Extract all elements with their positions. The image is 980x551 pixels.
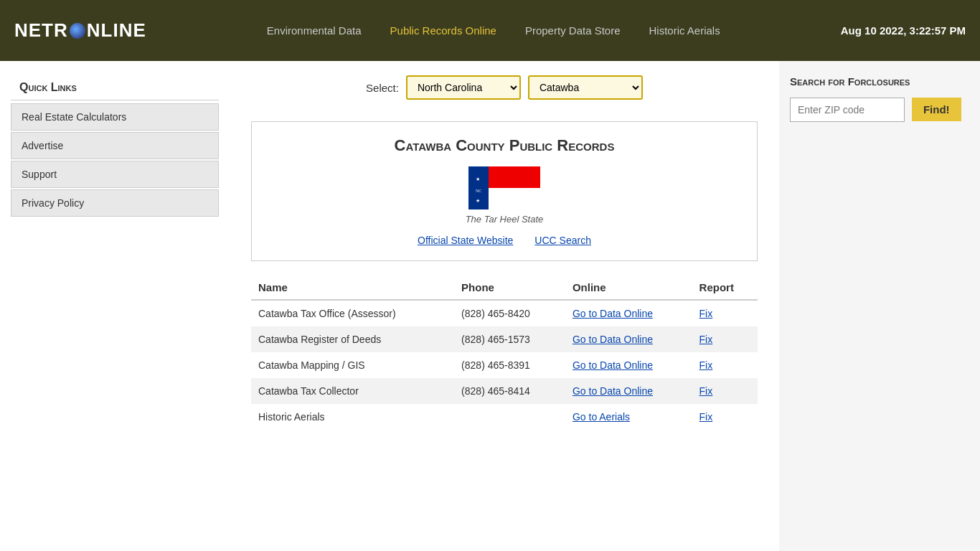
main-content: Select: North Carolina Catawba Catawba C… (230, 61, 779, 551)
globe-icon (70, 23, 85, 39)
sidebar-item-advertise[interactable]: Advertise (11, 132, 219, 159)
county-section: Catawba County Public Records ★ NC ★ The… (251, 121, 758, 261)
record-report: Fix (692, 404, 758, 430)
record-phone: (828) 465-8414 (454, 378, 565, 404)
col-name: Name (251, 276, 454, 300)
record-online: Go to Data Online (565, 326, 692, 352)
record-report: Fix (692, 378, 758, 404)
col-online: Online (565, 276, 692, 300)
record-phone: (828) 465-8391 (454, 352, 565, 378)
go-to-data-link[interactable]: Go to Data Online (573, 359, 653, 371)
table-row: Catawba Tax Collector(828) 465-8414Go to… (251, 378, 758, 404)
select-label: Select: (366, 82, 399, 94)
record-phone: (828) 465-1573 (454, 326, 565, 352)
records-table: Name Phone Online Report Catawba Tax Off… (251, 276, 758, 430)
main-nav: Environmental Data Public Records Online… (146, 24, 841, 37)
foreclosure-title: Search for Forclosures (790, 75, 969, 88)
record-name: Catawba Tax Office (Assessor) (251, 300, 454, 326)
table-row: Catawba Tax Office (Assessor)(828) 465-8… (251, 300, 758, 326)
logo-area[interactable]: NETRNLINE (14, 19, 146, 42)
record-phone: (828) 465-8420 (454, 300, 565, 326)
fix-link[interactable]: Fix (699, 385, 713, 397)
record-name: Catawba Register of Deeds (251, 326, 454, 352)
fix-link[interactable]: Fix (699, 308, 713, 319)
find-button[interactable]: Find! (912, 98, 961, 121)
right-panel: Search for Forclosures Find! (779, 61, 980, 551)
record-online: Go to Data Online (565, 378, 692, 404)
foreclosure-search-row: Find! (790, 98, 969, 122)
svg-rect-1 (489, 166, 540, 188)
svg-rect-2 (489, 188, 540, 209)
nav-historic-aerials[interactable]: Historic Aerials (649, 24, 720, 37)
sidebar-item-real-estate[interactable]: Real Estate Calculators (11, 103, 219, 131)
record-online: Go to Data Online (565, 300, 692, 326)
quick-links-title: Quick Links (11, 75, 219, 100)
flag-area: ★ NC ★ The Tar Heel State (266, 166, 743, 225)
county-select[interactable]: Catawba (528, 75, 643, 100)
go-to-data-link[interactable]: Go to Data Online (573, 385, 653, 397)
nav-property-data-store[interactable]: Property Data Store (525, 24, 621, 37)
county-title: Catawba County Public Records (266, 136, 743, 155)
main-layout: Quick Links Real Estate Calculators Adve… (0, 61, 980, 551)
go-to-data-link[interactable]: Go to Data Online (573, 308, 653, 319)
record-online: Go to Data Online (565, 352, 692, 378)
record-name: Catawba Tax Collector (251, 378, 454, 404)
nav-environmental-data[interactable]: Environmental Data (267, 24, 362, 37)
table-row: Catawba Mapping / GIS(828) 465-8391Go to… (251, 352, 758, 378)
record-report: Fix (692, 300, 758, 326)
record-online: Go to Aerials (565, 404, 692, 430)
sidebar-item-privacy[interactable]: Privacy Policy (11, 189, 219, 217)
fix-link[interactable]: Fix (699, 334, 713, 345)
sidebar-item-support[interactable]: Support (11, 161, 219, 188)
record-phone (454, 404, 565, 430)
table-row: Historic AerialsGo to AerialsFix (251, 404, 758, 430)
state-select[interactable]: North Carolina (406, 75, 521, 100)
header: NETRNLINE Environmental Data Public Reco… (0, 0, 980, 61)
select-row: Select: North Carolina Catawba (251, 75, 758, 100)
col-phone: Phone (454, 276, 565, 300)
svg-text:★: ★ (476, 198, 480, 204)
record-name: Catawba Mapping / GIS (251, 352, 454, 378)
svg-text:NC: NC (476, 189, 481, 193)
go-to-data-link[interactable]: Go to Aerials (573, 411, 630, 423)
ucc-search-link[interactable]: UCC Search (534, 235, 591, 246)
flag-caption: The Tar Heel State (466, 214, 544, 225)
col-report: Report (692, 276, 758, 300)
official-state-website-link[interactable]: Official State Website (418, 235, 513, 246)
zip-input[interactable] (790, 98, 905, 122)
records-tbody: Catawba Tax Office (Assessor)(828) 465-8… (251, 300, 758, 430)
datetime-display: Aug 10 2022, 3:22:57 PM (841, 24, 966, 37)
fix-link[interactable]: Fix (699, 411, 713, 423)
go-to-data-link[interactable]: Go to Data Online (573, 334, 653, 345)
svg-text:★: ★ (476, 176, 480, 182)
nav-public-records-online[interactable]: Public Records Online (390, 24, 496, 37)
record-report: Fix (692, 352, 758, 378)
state-links: Official State Website UCC Search (266, 235, 743, 246)
logo-text: NETRNLINE (14, 19, 146, 42)
record-report: Fix (692, 326, 758, 352)
record-name: Historic Aerials (251, 404, 454, 430)
sidebar: Quick Links Real Estate Calculators Adve… (0, 61, 230, 551)
table-row: Catawba Register of Deeds(828) 465-1573G… (251, 326, 758, 352)
nc-flag-image: ★ NC ★ (468, 166, 540, 209)
fix-link[interactable]: Fix (699, 359, 713, 371)
